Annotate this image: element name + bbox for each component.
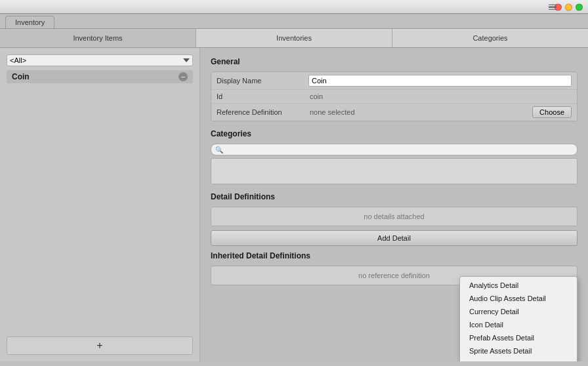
left-panel: <All> Coin − + xyxy=(0,48,200,361)
detail-definitions-section: Detail Definitions no details attached A… xyxy=(211,192,578,246)
categories-search-box: 🔍 xyxy=(211,144,578,155)
dropdown-item-analytics[interactable]: Analytics Detail xyxy=(460,279,577,292)
title-bar xyxy=(0,0,588,14)
app-tab-bar: Inventory xyxy=(0,14,588,29)
search-icon: 🔍 xyxy=(215,146,223,153)
dropdown-item-sprite[interactable]: Sprite Assets Detail xyxy=(460,344,577,357)
display-name-label: Display Name xyxy=(217,77,308,85)
add-detail-button[interactable]: Add Detail xyxy=(211,230,578,246)
tab-inventory[interactable]: Inventory xyxy=(5,16,54,28)
filter-row: <All> xyxy=(7,54,193,66)
filter-select[interactable]: <All> xyxy=(7,54,193,66)
dropdown-item-currency[interactable]: Currency Detail xyxy=(460,305,577,318)
categories-section-title: Categories xyxy=(211,129,578,138)
categories-section: Categories 🔍 xyxy=(211,129,578,184)
hamburger-icon[interactable] xyxy=(549,4,556,10)
reference-definition-row: Reference Definition none selected Choos… xyxy=(211,104,577,121)
list-item-label: Coin xyxy=(12,72,30,81)
traffic-lights xyxy=(555,3,583,10)
content-area: <All> Coin − + General Display Name Id c… xyxy=(0,48,588,361)
general-form-group: Display Name Id coin Reference Definitio… xyxy=(211,71,578,121)
tab-categories[interactable]: Categories xyxy=(392,29,588,47)
dropdown-item-prefab[interactable]: Prefab Assets Detail xyxy=(460,331,577,344)
remove-item-button[interactable]: − xyxy=(178,72,188,81)
choose-button[interactable]: Choose xyxy=(532,106,572,118)
list-item: Coin − xyxy=(7,70,193,83)
tab-inventory-items[interactable]: Inventory Items xyxy=(0,29,196,47)
main-tab-bar: Inventory Items Inventories Categories xyxy=(0,29,588,48)
maximize-button[interactable] xyxy=(576,3,583,10)
display-name-input[interactable] xyxy=(308,75,572,87)
reference-definition-label: Reference Definition xyxy=(217,108,308,116)
add-item-button[interactable]: + xyxy=(7,336,193,355)
dropdown-item-stat[interactable]: Stat Detail xyxy=(460,357,577,361)
id-label: Id xyxy=(217,92,308,100)
id-row: Id coin xyxy=(211,90,577,104)
id-value: coin xyxy=(308,92,572,100)
tab-inventories[interactable]: Inventories xyxy=(196,29,392,47)
dropdown-item-audio-clip[interactable]: Audio Clip Assets Detail xyxy=(460,292,577,305)
dropdown-item-icon[interactable]: Icon Detail xyxy=(460,318,577,331)
general-section-title: General xyxy=(211,57,578,66)
minimize-button[interactable] xyxy=(565,3,572,10)
right-panel: General Display Name Id coin Reference D… xyxy=(200,48,588,361)
display-name-row: Display Name xyxy=(211,72,577,90)
detail-definitions-title: Detail Definitions xyxy=(211,192,578,201)
categories-search-input[interactable] xyxy=(226,146,573,153)
reference-definition-value: none selected xyxy=(308,108,532,116)
categories-list xyxy=(211,158,578,184)
add-detail-dropdown: Analytics Detail Audio Clip Assets Detai… xyxy=(459,276,578,361)
no-details-box: no details attached xyxy=(211,207,578,226)
inherited-section-title: Inherited Detail Definitions xyxy=(211,251,578,260)
